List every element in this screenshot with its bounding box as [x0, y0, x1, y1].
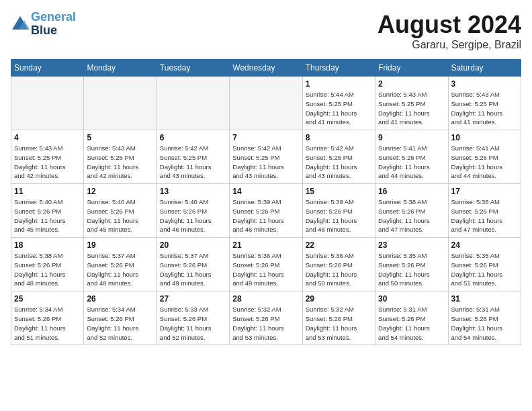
calendar-cell-w4-d7: 24Sunrise: 5:35 AM Sunset: 5:26 PM Dayli… — [448, 238, 521, 291]
calendar-cell-w1-d1 — [11, 77, 84, 130]
calendar-cell-w1-d7: 3Sunrise: 5:43 AM Sunset: 5:25 PM Daylig… — [448, 77, 521, 130]
day-info: Sunrise: 5:43 AM Sunset: 5:25 PM Dayligh… — [87, 144, 153, 181]
day-info: Sunrise: 5:38 AM Sunset: 5:26 PM Dayligh… — [451, 197, 518, 234]
day-number: 24 — [451, 240, 518, 250]
day-info: Sunrise: 5:35 AM Sunset: 5:26 PM Dayligh… — [378, 251, 445, 288]
calendar-cell-w2-d7: 10Sunrise: 5:41 AM Sunset: 5:26 PM Dayli… — [448, 130, 521, 184]
calendar-cell-w2-d3: 6Sunrise: 5:42 AM Sunset: 5:25 PM Daylig… — [157, 130, 229, 184]
calendar-cell-w1-d5: 1Sunrise: 5:44 AM Sunset: 5:25 PM Daylig… — [302, 77, 375, 130]
day-number: 17 — [451, 187, 518, 196]
day-number: 20 — [160, 240, 226, 250]
calendar-cell-w2-d1: 4Sunrise: 5:43 AM Sunset: 5:25 PM Daylig… — [11, 130, 84, 184]
day-number: 11 — [14, 187, 81, 196]
day-info: Sunrise: 5:37 AM Sunset: 5:26 PM Dayligh… — [87, 251, 153, 288]
day-info: Sunrise: 5:44 AM Sunset: 5:25 PM Dayligh… — [306, 90, 372, 127]
day-info: Sunrise: 5:43 AM Sunset: 5:25 PM Dayligh… — [14, 144, 81, 181]
day-number: 8 — [306, 133, 372, 142]
day-info: Sunrise: 5:41 AM Sunset: 5:26 PM Dayligh… — [451, 144, 518, 181]
col-sunday: Sunday — [11, 60, 84, 77]
calendar-cell-w3-d2: 12Sunrise: 5:40 AM Sunset: 5:26 PM Dayli… — [84, 184, 157, 238]
day-info: Sunrise: 5:35 AM Sunset: 5:26 PM Dayligh… — [451, 251, 518, 288]
col-friday: Friday — [375, 60, 448, 77]
day-number: 16 — [378, 187, 445, 196]
calendar-cell-w3-d4: 14Sunrise: 5:39 AM Sunset: 5:26 PM Dayli… — [230, 184, 302, 238]
calendar-cell-w2-d5: 8Sunrise: 5:42 AM Sunset: 5:25 PM Daylig… — [302, 130, 375, 184]
calendar-cell-w1-d6: 2Sunrise: 5:43 AM Sunset: 5:25 PM Daylig… — [375, 77, 448, 130]
day-number: 29 — [306, 294, 372, 304]
day-number: 6 — [160, 133, 226, 142]
calendar-cell-w4-d5: 22Sunrise: 5:36 AM Sunset: 5:26 PM Dayli… — [302, 238, 375, 291]
day-number: 3 — [451, 79, 518, 89]
calendar-cell-w5-d6: 30Sunrise: 5:31 AM Sunset: 5:26 PM Dayli… — [375, 291, 448, 345]
calendar-cell-w3-d1: 11Sunrise: 5:40 AM Sunset: 5:26 PM Dayli… — [11, 184, 84, 238]
calendar-cell-w3-d5: 15Sunrise: 5:39 AM Sunset: 5:26 PM Dayli… — [302, 184, 375, 238]
col-saturday: Saturday — [448, 60, 521, 77]
col-monday: Monday — [84, 60, 157, 77]
calendar-cell-w1-d4 — [230, 77, 302, 130]
day-info: Sunrise: 5:38 AM Sunset: 5:26 PM Dayligh… — [378, 197, 445, 234]
logo: General Blue — [11, 11, 76, 38]
day-info: Sunrise: 5:33 AM Sunset: 5:26 PM Dayligh… — [160, 305, 226, 342]
day-number: 30 — [378, 294, 445, 304]
calendar-cell-w3-d6: 16Sunrise: 5:38 AM Sunset: 5:26 PM Dayli… — [375, 184, 448, 238]
day-info: Sunrise: 5:40 AM Sunset: 5:26 PM Dayligh… — [160, 197, 226, 234]
day-info: Sunrise: 5:41 AM Sunset: 5:26 PM Dayligh… — [378, 144, 445, 181]
day-number: 2 — [378, 79, 445, 89]
calendar-cell-w4-d4: 21Sunrise: 5:36 AM Sunset: 5:26 PM Dayli… — [230, 238, 302, 291]
day-number: 12 — [87, 187, 153, 196]
calendar-cell-w2-d2: 5Sunrise: 5:43 AM Sunset: 5:25 PM Daylig… — [84, 130, 157, 184]
day-number: 26 — [87, 294, 153, 304]
day-info: Sunrise: 5:34 AM Sunset: 5:26 PM Dayligh… — [14, 305, 81, 342]
day-number: 31 — [451, 294, 518, 304]
month-title: August 2024 — [378, 11, 521, 39]
calendar-cell-w5-d1: 25Sunrise: 5:34 AM Sunset: 5:26 PM Dayli… — [11, 291, 84, 345]
header: General Blue August 2024 Gararu, Sergipe… — [11, 11, 521, 51]
day-number: 10 — [451, 133, 518, 142]
logo-icon — [11, 15, 30, 34]
col-thursday: Thursday — [302, 60, 375, 77]
day-info: Sunrise: 5:32 AM Sunset: 5:26 PM Dayligh… — [232, 305, 299, 342]
day-info: Sunrise: 5:39 AM Sunset: 5:26 PM Dayligh… — [232, 197, 299, 234]
calendar-cell-w5-d7: 31Sunrise: 5:31 AM Sunset: 5:26 PM Dayli… — [448, 291, 521, 345]
col-tuesday: Tuesday — [157, 60, 229, 77]
calendar-cell-w1-d3 — [157, 77, 229, 130]
title-area: August 2024 Gararu, Sergipe, Brazil — [378, 11, 521, 51]
calendar-table: Sunday Monday Tuesday Wednesday Thursday… — [11, 59, 521, 345]
day-info: Sunrise: 5:40 AM Sunset: 5:26 PM Dayligh… — [87, 197, 153, 234]
week-row-4: 18Sunrise: 5:38 AM Sunset: 5:26 PM Dayli… — [11, 238, 521, 291]
calendar-cell-w2-d6: 9Sunrise: 5:41 AM Sunset: 5:26 PM Daylig… — [375, 130, 448, 184]
day-info: Sunrise: 5:37 AM Sunset: 5:26 PM Dayligh… — [160, 251, 226, 288]
day-number: 13 — [160, 187, 226, 196]
calendar-cell-w3-d7: 17Sunrise: 5:38 AM Sunset: 5:26 PM Dayli… — [448, 184, 521, 238]
day-info: Sunrise: 5:36 AM Sunset: 5:26 PM Dayligh… — [232, 251, 299, 288]
col-wednesday: Wednesday — [230, 60, 302, 77]
calendar-cell-w5-d4: 28Sunrise: 5:32 AM Sunset: 5:26 PM Dayli… — [230, 291, 302, 345]
day-info: Sunrise: 5:38 AM Sunset: 5:26 PM Dayligh… — [14, 251, 81, 288]
day-number: 15 — [306, 187, 372, 196]
day-number: 9 — [378, 133, 445, 142]
day-number: 19 — [87, 240, 153, 250]
day-number: 28 — [232, 294, 299, 304]
calendar-cell-w4-d6: 23Sunrise: 5:35 AM Sunset: 5:26 PM Dayli… — [375, 238, 448, 291]
day-info: Sunrise: 5:39 AM Sunset: 5:26 PM Dayligh… — [306, 197, 372, 234]
day-number: 4 — [14, 133, 81, 142]
day-info: Sunrise: 5:31 AM Sunset: 5:26 PM Dayligh… — [451, 305, 518, 342]
day-info: Sunrise: 5:42 AM Sunset: 5:25 PM Dayligh… — [160, 144, 226, 181]
calendar-cell-w5-d5: 29Sunrise: 5:32 AM Sunset: 5:26 PM Dayli… — [302, 291, 375, 345]
day-info: Sunrise: 5:42 AM Sunset: 5:25 PM Dayligh… — [232, 144, 299, 181]
calendar-cell-w3-d3: 13Sunrise: 5:40 AM Sunset: 5:26 PM Dayli… — [157, 184, 229, 238]
day-info: Sunrise: 5:34 AM Sunset: 5:26 PM Dayligh… — [87, 305, 153, 342]
calendar-cell-w5-d2: 26Sunrise: 5:34 AM Sunset: 5:26 PM Dayli… — [84, 291, 157, 345]
day-number: 5 — [87, 133, 153, 142]
page: General Blue August 2024 Gararu, Sergipe… — [0, 0, 532, 411]
day-number: 22 — [306, 240, 372, 250]
calendar-cell-w5-d3: 27Sunrise: 5:33 AM Sunset: 5:26 PM Dayli… — [157, 291, 229, 345]
logo-text: General Blue — [31, 11, 76, 38]
calendar-cell-w1-d2 — [84, 77, 157, 130]
day-info: Sunrise: 5:32 AM Sunset: 5:26 PM Dayligh… — [306, 305, 372, 342]
day-number: 18 — [14, 240, 81, 250]
day-number: 27 — [160, 294, 226, 304]
day-info: Sunrise: 5:43 AM Sunset: 5:25 PM Dayligh… — [378, 90, 445, 127]
week-row-1: 1Sunrise: 5:44 AM Sunset: 5:25 PM Daylig… — [11, 77, 521, 130]
calendar-header-row: Sunday Monday Tuesday Wednesday Thursday… — [11, 60, 521, 77]
